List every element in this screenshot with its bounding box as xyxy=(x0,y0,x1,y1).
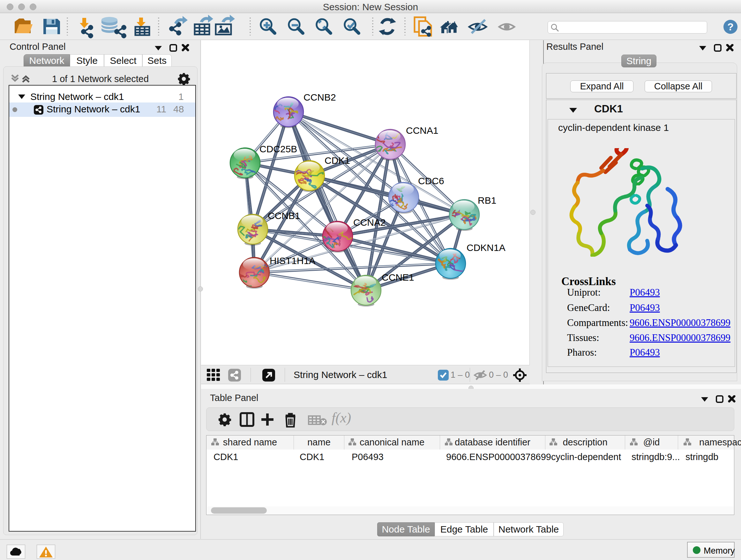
svg-text:CCNB1: CCNB1 xyxy=(268,210,300,221)
svg-text:CCNA2: CCNA2 xyxy=(353,217,386,228)
svg-text:CCNE1: CCNE1 xyxy=(382,272,414,283)
svg-text:CDK1: CDK1 xyxy=(325,155,350,166)
svg-text:HIST1H1A: HIST1H1A xyxy=(270,255,315,266)
svg-text:CDC6: CDC6 xyxy=(418,176,444,186)
svg-text:CDC25B: CDC25B xyxy=(259,144,297,154)
svg-text:CCNB2: CCNB2 xyxy=(304,92,336,103)
svg-text:RB1: RB1 xyxy=(478,195,496,206)
svg-text:CDKN1A: CDKN1A xyxy=(467,242,506,253)
svg-text:CCNA1: CCNA1 xyxy=(406,125,439,136)
